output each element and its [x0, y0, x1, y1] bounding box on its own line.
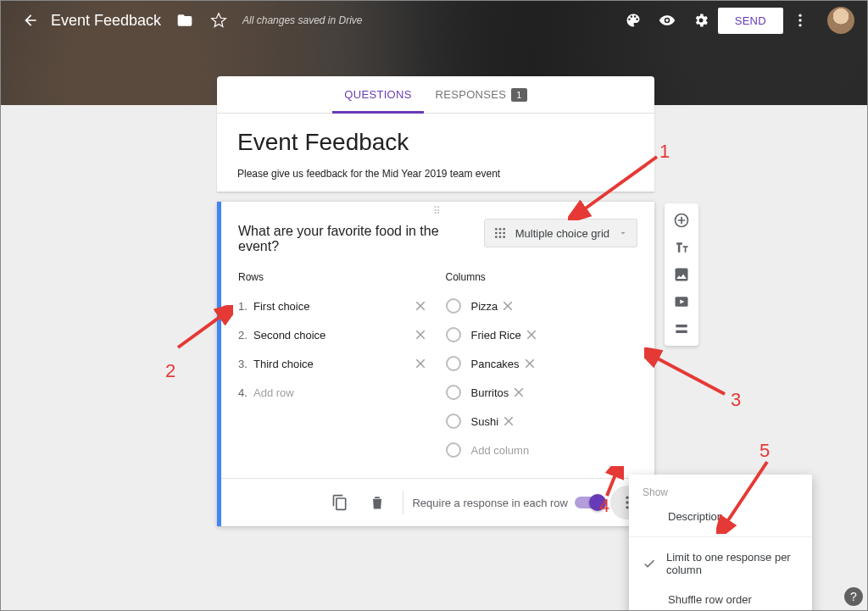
more-icon[interactable] [783, 3, 817, 37]
add-video-button[interactable] [666, 288, 697, 315]
annotation-number-5: 5 [760, 440, 770, 462]
add-row-label[interactable]: Add row [253, 386, 431, 399]
send-button[interactable]: SEND [718, 8, 783, 34]
add-row[interactable]: 4. Add row [238, 378, 431, 407]
require-label: Require a response in each row [412, 497, 568, 509]
avatar[interactable] [827, 7, 854, 34]
check-icon [643, 557, 656, 570]
delete-button[interactable] [360, 486, 394, 519]
menu-divider [629, 536, 812, 537]
radio-icon [446, 442, 461, 458]
svg-point-0 [798, 14, 801, 17]
save-status: All changes saved in Drive [242, 14, 362, 26]
svg-point-6 [495, 232, 498, 235]
radio-icon [446, 414, 461, 429]
svg-line-21 [653, 356, 725, 394]
duplicate-button[interactable] [323, 486, 357, 519]
column-label[interactable]: Pizza [471, 300, 498, 313]
annotation-number-2: 2 [165, 360, 175, 382]
annotation-arrow-3 [644, 347, 729, 398]
remove-column-icon[interactable] [498, 411, 519, 431]
remove-row-icon[interactable] [410, 296, 431, 316]
tabs: QUESTIONS RESPONSES 1 [217, 76, 654, 114]
side-toolbar [665, 203, 698, 346]
annotation-number-1: 1 [659, 141, 670, 163]
add-section-button[interactable] [666, 315, 697, 342]
columns-column: Columns Pizza Fried Rice Pancakes Burrit… [446, 271, 638, 464]
svg-point-1 [798, 19, 801, 21]
help-button[interactable]: ? [844, 587, 863, 606]
question-type-label: Multiple choice grid [515, 227, 609, 240]
menu-item-shuffle[interactable]: Shuffle row order [629, 585, 812, 611]
column-label[interactable]: Fried Rice [471, 329, 521, 342]
column-item[interactable]: Fried Rice [446, 320, 638, 349]
row-item[interactable]: 2. Second choice [238, 320, 431, 349]
column-item[interactable]: Pizza [446, 292, 638, 320]
add-question-button[interactable] [666, 207, 697, 234]
tab-responses[interactable]: RESPONSES 1 [424, 76, 539, 113]
responses-count-badge: 1 [511, 88, 526, 102]
row-item[interactable]: 1. First choice [238, 292, 431, 320]
tab-responses-label: RESPONSES [436, 88, 507, 101]
column-item[interactable]: Sushi [446, 407, 638, 436]
svg-rect-18 [676, 330, 687, 333]
add-title-button[interactable] [666, 234, 697, 261]
svg-point-11 [503, 236, 505, 238]
menu-item-description[interactable]: Description [629, 502, 812, 531]
star-icon[interactable] [202, 3, 236, 37]
svg-point-8 [503, 232, 505, 235]
add-column[interactable]: Add column [446, 436, 638, 464]
column-label[interactable]: Burritos [471, 386, 509, 399]
remove-row-icon[interactable] [410, 325, 431, 345]
add-image-button[interactable] [666, 261, 697, 288]
svg-point-3 [495, 228, 498, 231]
folder-icon[interactable] [168, 3, 202, 37]
form-description[interactable]: Please give us feedback for the Mid Year… [237, 168, 634, 180]
column-item[interactable]: Burritos [446, 378, 638, 407]
svg-point-10 [498, 236, 501, 238]
column-item[interactable]: Pancakes [446, 349, 638, 378]
settings-icon[interactable] [684, 3, 718, 37]
row-label[interactable]: Third choice [253, 358, 410, 370]
svg-rect-17 [676, 325, 687, 327]
row-label[interactable]: First choice [253, 300, 410, 313]
annotation-number-3: 3 [731, 389, 741, 411]
column-label[interactable]: Pancakes [471, 358, 520, 370]
back-button[interactable] [14, 3, 47, 37]
form-title[interactable]: Event Feedback [237, 129, 634, 156]
question-footer: Require a response in each row [221, 478, 654, 526]
radio-icon [446, 356, 461, 371]
svg-point-4 [498, 228, 501, 231]
remove-column-icon[interactable] [509, 382, 529, 403]
app-title: Event Feedback [51, 12, 161, 30]
question-card: ⠿ What are your favorite food in the eve… [217, 202, 654, 526]
preview-icon[interactable] [650, 3, 684, 37]
menu-item-limit[interactable]: Limit to one response per column [629, 542, 812, 585]
remove-column-icon[interactable] [498, 296, 518, 316]
radio-icon [446, 385, 461, 400]
column-label[interactable]: Sushi [471, 415, 499, 428]
svg-point-9 [495, 236, 498, 238]
question-type-dropdown[interactable]: Multiple choice grid [484, 219, 637, 247]
rows-column: Rows 1. First choice 2. Second choice 3.… [238, 271, 431, 464]
toolbar: Event Feedback All changes saved in Driv… [0, 0, 868, 41]
tab-questions[interactable]: QUESTIONS [332, 76, 423, 113]
row-item[interactable]: 3. Third choice [238, 349, 431, 378]
svg-point-7 [498, 232, 501, 235]
remove-column-icon[interactable] [521, 325, 542, 345]
radio-icon [446, 327, 461, 342]
annotation-number-4: 4 [599, 495, 609, 517]
drag-handle-icon[interactable]: ⠿ [433, 205, 442, 217]
rows-header: Rows [238, 271, 431, 283]
remove-row-icon[interactable] [410, 353, 431, 374]
divider [403, 491, 403, 514]
palette-icon[interactable] [616, 3, 650, 37]
columns-header: Columns [446, 271, 638, 283]
form-card: QUESTIONS RESPONSES 1 Event Feedback Ple… [217, 76, 654, 192]
question-text-input[interactable]: What are your favorite food in the event… [238, 219, 472, 259]
remove-column-icon[interactable] [520, 353, 540, 374]
radio-icon [446, 298, 461, 314]
add-column-label[interactable]: Add column [471, 444, 530, 457]
row-label[interactable]: Second choice [253, 329, 410, 342]
question-more-menu: Show Description Limit to one response p… [629, 475, 812, 611]
